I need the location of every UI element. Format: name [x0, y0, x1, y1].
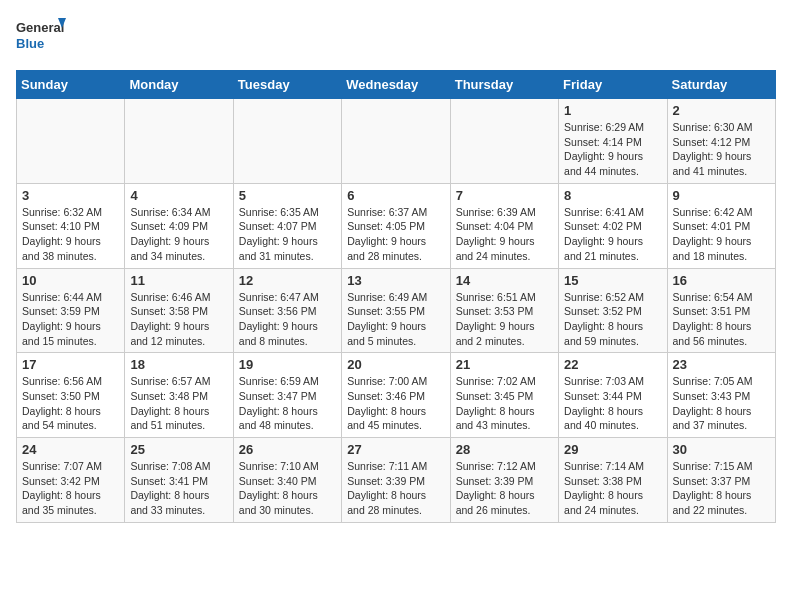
- sunrise-info: Sunrise: 7:15 AM: [673, 459, 770, 474]
- daylight-info: Daylight: 8 hours and 24 minutes.: [564, 488, 661, 517]
- day-number: 14: [456, 273, 553, 288]
- sunrise-info: Sunrise: 7:14 AM: [564, 459, 661, 474]
- calendar-cell: [233, 99, 341, 184]
- day-number: 3: [22, 188, 119, 203]
- logo: General Blue: [16, 16, 66, 62]
- calendar-cell: 7 Sunrise: 6:39 AM Sunset: 4:04 PM Dayli…: [450, 183, 558, 268]
- day-info: Sunrise: 6:46 AM Sunset: 3:58 PM Dayligh…: [130, 290, 227, 349]
- calendar-week-2: 3 Sunrise: 6:32 AM Sunset: 4:10 PM Dayli…: [17, 183, 776, 268]
- day-number: 10: [22, 273, 119, 288]
- day-info: Sunrise: 7:08 AM Sunset: 3:41 PM Dayligh…: [130, 459, 227, 518]
- sunset-info: Sunset: 4:04 PM: [456, 219, 553, 234]
- weekday-header-monday: Monday: [125, 71, 233, 99]
- calendar-cell: 29 Sunrise: 7:14 AM Sunset: 3:38 PM Dayl…: [559, 438, 667, 523]
- sunrise-info: Sunrise: 6:52 AM: [564, 290, 661, 305]
- sunrise-info: Sunrise: 6:39 AM: [456, 205, 553, 220]
- day-number: 11: [130, 273, 227, 288]
- day-info: Sunrise: 6:52 AM Sunset: 3:52 PM Dayligh…: [564, 290, 661, 349]
- daylight-info: Daylight: 9 hours and 44 minutes.: [564, 149, 661, 178]
- weekday-header-tuesday: Tuesday: [233, 71, 341, 99]
- daylight-info: Daylight: 8 hours and 22 minutes.: [673, 488, 770, 517]
- sunrise-info: Sunrise: 6:46 AM: [130, 290, 227, 305]
- day-number: 18: [130, 357, 227, 372]
- day-info: Sunrise: 6:44 AM Sunset: 3:59 PM Dayligh…: [22, 290, 119, 349]
- sunrise-info: Sunrise: 6:29 AM: [564, 120, 661, 135]
- sunrise-info: Sunrise: 6:56 AM: [22, 374, 119, 389]
- daylight-info: Daylight: 9 hours and 24 minutes.: [456, 234, 553, 263]
- calendar-week-3: 10 Sunrise: 6:44 AM Sunset: 3:59 PM Dayl…: [17, 268, 776, 353]
- day-number: 9: [673, 188, 770, 203]
- daylight-info: Daylight: 8 hours and 40 minutes.: [564, 404, 661, 433]
- sunset-info: Sunset: 3:52 PM: [564, 304, 661, 319]
- calendar-cell: 15 Sunrise: 6:52 AM Sunset: 3:52 PM Dayl…: [559, 268, 667, 353]
- calendar-cell: 6 Sunrise: 6:37 AM Sunset: 4:05 PM Dayli…: [342, 183, 450, 268]
- day-number: 30: [673, 442, 770, 457]
- day-number: 4: [130, 188, 227, 203]
- weekday-header-sunday: Sunday: [17, 71, 125, 99]
- calendar-cell: 8 Sunrise: 6:41 AM Sunset: 4:02 PM Dayli…: [559, 183, 667, 268]
- day-number: 29: [564, 442, 661, 457]
- sunrise-info: Sunrise: 6:44 AM: [22, 290, 119, 305]
- daylight-info: Daylight: 8 hours and 37 minutes.: [673, 404, 770, 433]
- sunrise-info: Sunrise: 6:49 AM: [347, 290, 444, 305]
- day-info: Sunrise: 6:30 AM Sunset: 4:12 PM Dayligh…: [673, 120, 770, 179]
- day-info: Sunrise: 7:10 AM Sunset: 3:40 PM Dayligh…: [239, 459, 336, 518]
- daylight-info: Daylight: 9 hours and 18 minutes.: [673, 234, 770, 263]
- sunset-info: Sunset: 3:44 PM: [564, 389, 661, 404]
- calendar-week-5: 24 Sunrise: 7:07 AM Sunset: 3:42 PM Dayl…: [17, 438, 776, 523]
- day-info: Sunrise: 7:03 AM Sunset: 3:44 PM Dayligh…: [564, 374, 661, 433]
- sunset-info: Sunset: 3:48 PM: [130, 389, 227, 404]
- sunset-info: Sunset: 3:53 PM: [456, 304, 553, 319]
- day-number: 28: [456, 442, 553, 457]
- sunset-info: Sunset: 3:59 PM: [22, 304, 119, 319]
- calendar-cell: 26 Sunrise: 7:10 AM Sunset: 3:40 PM Dayl…: [233, 438, 341, 523]
- daylight-info: Daylight: 9 hours and 8 minutes.: [239, 319, 336, 348]
- sunrise-info: Sunrise: 7:02 AM: [456, 374, 553, 389]
- sunset-info: Sunset: 3:55 PM: [347, 304, 444, 319]
- sunrise-info: Sunrise: 6:37 AM: [347, 205, 444, 220]
- sunset-info: Sunset: 4:05 PM: [347, 219, 444, 234]
- sunrise-info: Sunrise: 6:30 AM: [673, 120, 770, 135]
- sunset-info: Sunset: 4:09 PM: [130, 219, 227, 234]
- sunset-info: Sunset: 3:58 PM: [130, 304, 227, 319]
- day-number: 8: [564, 188, 661, 203]
- daylight-info: Daylight: 8 hours and 35 minutes.: [22, 488, 119, 517]
- sunrise-info: Sunrise: 7:07 AM: [22, 459, 119, 474]
- calendar-cell: 25 Sunrise: 7:08 AM Sunset: 3:41 PM Dayl…: [125, 438, 233, 523]
- day-info: Sunrise: 6:47 AM Sunset: 3:56 PM Dayligh…: [239, 290, 336, 349]
- daylight-info: Daylight: 8 hours and 54 minutes.: [22, 404, 119, 433]
- calendar-cell: 2 Sunrise: 6:30 AM Sunset: 4:12 PM Dayli…: [667, 99, 775, 184]
- day-info: Sunrise: 6:29 AM Sunset: 4:14 PM Dayligh…: [564, 120, 661, 179]
- day-info: Sunrise: 7:12 AM Sunset: 3:39 PM Dayligh…: [456, 459, 553, 518]
- calendar-cell: 5 Sunrise: 6:35 AM Sunset: 4:07 PM Dayli…: [233, 183, 341, 268]
- calendar-table: SundayMondayTuesdayWednesdayThursdayFrid…: [16, 70, 776, 523]
- sunrise-info: Sunrise: 6:54 AM: [673, 290, 770, 305]
- sunset-info: Sunset: 3:56 PM: [239, 304, 336, 319]
- calendar-cell: 4 Sunrise: 6:34 AM Sunset: 4:09 PM Dayli…: [125, 183, 233, 268]
- calendar-cell: 19 Sunrise: 6:59 AM Sunset: 3:47 PM Dayl…: [233, 353, 341, 438]
- sunrise-info: Sunrise: 7:00 AM: [347, 374, 444, 389]
- day-info: Sunrise: 7:02 AM Sunset: 3:45 PM Dayligh…: [456, 374, 553, 433]
- calendar-cell: 11 Sunrise: 6:46 AM Sunset: 3:58 PM Dayl…: [125, 268, 233, 353]
- daylight-info: Daylight: 8 hours and 26 minutes.: [456, 488, 553, 517]
- sunset-info: Sunset: 3:50 PM: [22, 389, 119, 404]
- sunset-info: Sunset: 4:01 PM: [673, 219, 770, 234]
- daylight-info: Daylight: 9 hours and 28 minutes.: [347, 234, 444, 263]
- calendar-cell: [450, 99, 558, 184]
- calendar-cell: 12 Sunrise: 6:47 AM Sunset: 3:56 PM Dayl…: [233, 268, 341, 353]
- day-number: 13: [347, 273, 444, 288]
- calendar-cell: 21 Sunrise: 7:02 AM Sunset: 3:45 PM Dayl…: [450, 353, 558, 438]
- sunrise-info: Sunrise: 7:05 AM: [673, 374, 770, 389]
- day-number: 25: [130, 442, 227, 457]
- day-info: Sunrise: 7:05 AM Sunset: 3:43 PM Dayligh…: [673, 374, 770, 433]
- sunrise-info: Sunrise: 6:47 AM: [239, 290, 336, 305]
- day-info: Sunrise: 7:15 AM Sunset: 3:37 PM Dayligh…: [673, 459, 770, 518]
- day-info: Sunrise: 6:49 AM Sunset: 3:55 PM Dayligh…: [347, 290, 444, 349]
- sunset-info: Sunset: 3:39 PM: [456, 474, 553, 489]
- weekday-header-wednesday: Wednesday: [342, 71, 450, 99]
- daylight-info: Daylight: 8 hours and 28 minutes.: [347, 488, 444, 517]
- day-number: 24: [22, 442, 119, 457]
- sunrise-info: Sunrise: 7:08 AM: [130, 459, 227, 474]
- sunset-info: Sunset: 3:37 PM: [673, 474, 770, 489]
- sunset-info: Sunset: 4:12 PM: [673, 135, 770, 150]
